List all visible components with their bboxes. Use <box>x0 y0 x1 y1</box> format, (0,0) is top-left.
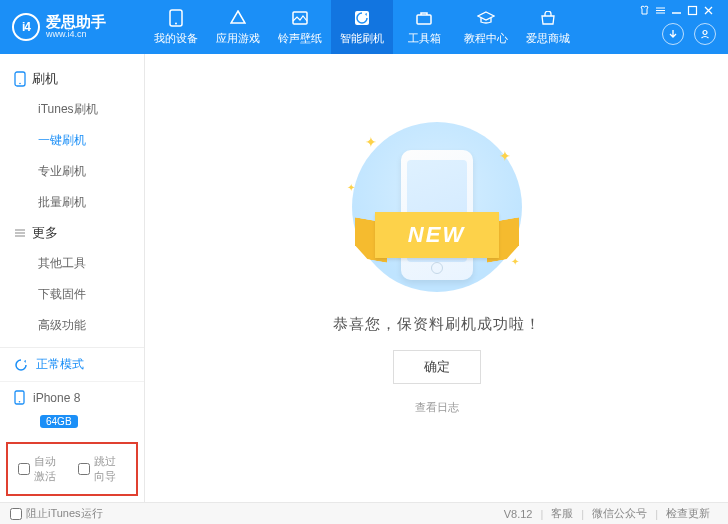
nav-label: 爱思商城 <box>526 31 570 46</box>
device-mode[interactable]: 正常模式 <box>0 348 144 382</box>
nav-label: 智能刷机 <box>340 31 384 46</box>
main-content: ✦ ✦ ✦ ✦ NEW 恭喜您，保资料刷机成功啦！ 确定 查看日志 <box>145 54 728 502</box>
nav-my-device[interactable]: 我的设备 <box>145 0 207 54</box>
phone-icon <box>167 9 185 27</box>
toolbox-icon <box>415 9 433 27</box>
nav-label: 应用游戏 <box>216 31 260 46</box>
device-name: iPhone 8 <box>33 391 80 405</box>
phone-icon <box>14 71 26 87</box>
user-icon[interactable] <box>694 23 716 45</box>
sidebar: 刷机 iTunes刷机 一键刷机 专业刷机 批量刷机 更多 其他工具 下载固件 … <box>0 54 145 502</box>
group-title: 更多 <box>32 224 58 242</box>
success-illustration: ✦ ✦ ✦ ✦ NEW <box>337 122 537 297</box>
svg-rect-5 <box>688 6 696 14</box>
close-icon[interactable] <box>702 4 714 16</box>
wechat-link[interactable]: 微信公众号 <box>584 506 655 521</box>
block-itunes-checkbox[interactable]: 阻止iTunes运行 <box>10 506 103 521</box>
flash-icon <box>353 9 371 27</box>
nav-apps[interactable]: 应用游戏 <box>207 0 269 54</box>
support-link[interactable]: 客服 <box>543 506 581 521</box>
store-icon <box>539 9 557 27</box>
nav-store[interactable]: 爱思商城 <box>517 0 579 54</box>
sidebar-item-other-tools[interactable]: 其他工具 <box>0 248 144 279</box>
tshirt-icon[interactable] <box>638 4 650 16</box>
refresh-icon <box>14 358 28 372</box>
app-url: www.i4.cn <box>46 30 106 40</box>
nav-label: 铃声壁纸 <box>278 31 322 46</box>
sidebar-item-batch-flash[interactable]: 批量刷机 <box>0 187 144 218</box>
nav-label: 教程中心 <box>464 31 508 46</box>
svg-point-10 <box>19 401 21 403</box>
auto-activate-checkbox[interactable]: 自动激活 <box>18 454 66 484</box>
skip-guide-checkbox[interactable]: 跳过向导 <box>78 454 126 484</box>
header-right <box>662 0 720 54</box>
sidebar-item-advanced[interactable]: 高级功能 <box>0 310 144 341</box>
device-info[interactable]: iPhone 8 <box>0 382 144 413</box>
sidebar-group-flash: 刷机 <box>0 64 144 94</box>
check-update-link[interactable]: 检查更新 <box>658 506 718 521</box>
graduation-icon <box>477 9 495 27</box>
sidebar-item-pro-flash[interactable]: 专业刷机 <box>0 156 144 187</box>
app-header: i4 爱思助手 www.i4.cn 我的设备 应用游戏 铃声壁纸 智能刷机 工具… <box>0 0 728 54</box>
sidebar-item-itunes-flash[interactable]: iTunes刷机 <box>0 94 144 125</box>
svg-point-8 <box>19 83 21 85</box>
svg-point-1 <box>175 22 177 24</box>
ok-button[interactable]: 确定 <box>393 350 481 384</box>
highlighted-options: 自动激活 跳过向导 <box>6 442 138 496</box>
new-ribbon: NEW <box>357 212 517 268</box>
svg-rect-4 <box>417 15 431 24</box>
ribbon-label: NEW <box>375 212 499 258</box>
sidebar-group-more: 更多 <box>0 218 144 248</box>
minimize-icon[interactable] <box>670 4 682 16</box>
nav-ringtones[interactable]: 铃声壁纸 <box>269 0 331 54</box>
svg-point-6 <box>703 31 707 35</box>
view-log-link[interactable]: 查看日志 <box>415 400 459 415</box>
app-logo: i4 爱思助手 www.i4.cn <box>0 13 145 41</box>
menu-icon <box>14 227 26 239</box>
app-name: 爱思助手 <box>46 14 106 31</box>
logo-icon: i4 <box>12 13 40 41</box>
top-nav: 我的设备 应用游戏 铃声壁纸 智能刷机 工具箱 教程中心 爱思商城 <box>145 0 579 54</box>
status-bar: 阻止iTunes运行 V8.12 | 客服 | 微信公众号 | 检查更新 <box>0 502 728 524</box>
phone-icon <box>14 390 25 405</box>
version-label: V8.12 <box>496 508 541 520</box>
nav-tutorials[interactable]: 教程中心 <box>455 0 517 54</box>
group-title: 刷机 <box>32 70 58 88</box>
success-message: 恭喜您，保资料刷机成功啦！ <box>333 315 541 334</box>
nav-label: 工具箱 <box>408 31 441 46</box>
image-icon <box>291 9 309 27</box>
nav-flash[interactable]: 智能刷机 <box>331 0 393 54</box>
apps-icon <box>229 9 247 27</box>
device-capacity: 64GB <box>40 415 78 428</box>
sidebar-item-download-firmware[interactable]: 下载固件 <box>0 279 144 310</box>
nav-label: 我的设备 <box>154 31 198 46</box>
mode-label: 正常模式 <box>36 356 84 373</box>
download-icon[interactable] <box>662 23 684 45</box>
nav-toolbox[interactable]: 工具箱 <box>393 0 455 54</box>
maximize-icon[interactable] <box>686 4 698 16</box>
menu-icon[interactable] <box>654 4 666 16</box>
sidebar-item-oneclick-flash[interactable]: 一键刷机 <box>0 125 144 156</box>
